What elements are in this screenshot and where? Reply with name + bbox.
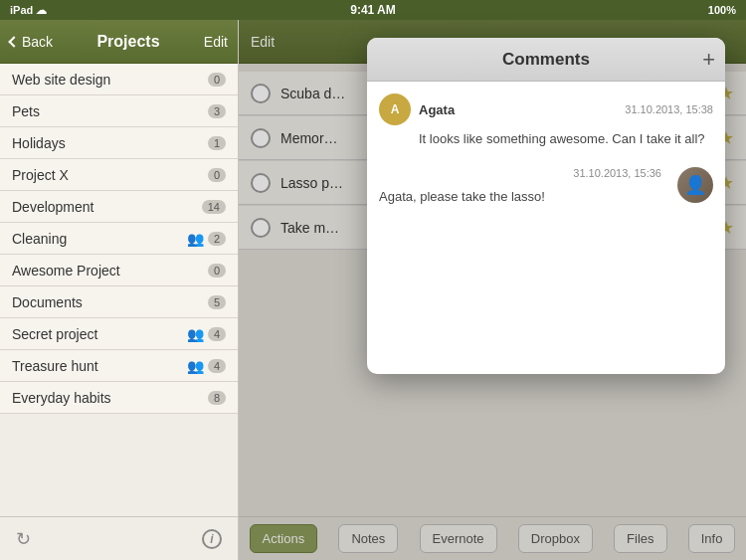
sidebar: Back Projects Edit Web site design 0 Pet…: [0, 20, 239, 560]
status-bar-left: iPad ☁: [10, 4, 47, 17]
info-button[interactable]: i: [202, 529, 222, 549]
status-bar-right: 100%: [708, 4, 736, 16]
sidebar-item-badge: 8: [208, 391, 226, 405]
sidebar-list: Web site design 0 Pets 3 Holidays: [0, 64, 238, 516]
sidebar-item-treasure-hunt[interactable]: Treasure hunt 👥 4: [0, 350, 238, 382]
comment-text: It looks like something awesome. Can I t…: [419, 131, 705, 146]
sidebar-item-label: Treasure hunt: [12, 358, 98, 374]
sidebar-item-secret-project[interactable]: Secret project 👥 4: [0, 318, 238, 350]
sidebar-item-badge: 3: [208, 104, 226, 118]
sidebar-item-badge: 4: [208, 327, 226, 341]
sidebar-item-documents[interactable]: Documents 5: [0, 286, 238, 318]
reply-text: Agata, please take the lasso!: [379, 189, 545, 204]
battery-label: 100%: [708, 4, 736, 16]
group-icon: 👥: [187, 358, 204, 374]
status-bar-time: 9:41 AM: [350, 3, 396, 17]
modal-header: Comments +: [367, 38, 725, 82]
group-icon: 👥: [187, 326, 204, 342]
sidebar-item-label: Cleaning: [12, 231, 67, 247]
sidebar-item-badge: 0: [208, 264, 226, 278]
sidebar-item-label: Web site design: [12, 72, 110, 88]
chevron-left-icon: [8, 36, 19, 47]
sidebar-item-label: Everyday habits: [12, 390, 111, 406]
sidebar-item-badge: 5: [208, 295, 226, 309]
sidebar-item-badge: 1: [208, 136, 226, 150]
sidebar-item-badge: 14: [202, 200, 226, 214]
sidebar-item-label: Development: [12, 199, 94, 215]
reply-date: 31.10.2013, 15:36: [573, 167, 661, 179]
sidebar-item-development[interactable]: Development 14: [0, 191, 238, 223]
sidebar-header: Back Projects Edit: [0, 20, 238, 64]
sidebar-item-label: Awesome Project: [12, 263, 120, 279]
sidebar-item-everyday-habits[interactable]: Everyday habits 8: [0, 382, 238, 414]
group-icon: 👥: [187, 231, 204, 247]
sidebar-item-label: Project X: [12, 167, 69, 183]
sidebar-item-badge: 4: [208, 359, 226, 373]
ipad-label: iPad ☁: [10, 4, 47, 17]
comment-date: 31.10.2013, 15:38: [625, 103, 713, 115]
modal-body: A Agata 31.10.2013, 15:38 It looks like …: [367, 82, 725, 374]
modal-overlay: Comments + A Agata 31.10.2013, 15:38: [239, 20, 746, 560]
add-comment-button[interactable]: +: [702, 47, 715, 73]
sidebar-item-project-x[interactable]: Project X 0: [0, 159, 238, 191]
comment-author: Agata: [419, 102, 455, 117]
sidebar-item-badge: 0: [208, 168, 226, 182]
sidebar-item-web-site-design[interactable]: Web site design 0: [0, 64, 238, 95]
reply-avatar: 👤: [677, 167, 713, 203]
sidebar-item-pets[interactable]: Pets 3: [0, 95, 238, 127]
comment-entry: A Agata 31.10.2013, 15:38 It looks like …: [379, 93, 713, 147]
sidebar-item-holidays[interactable]: Holidays 1: [0, 127, 238, 159]
sidebar-item-badge: 2: [208, 232, 226, 246]
sidebar-item-awesome-project[interactable]: Awesome Project 0: [0, 255, 238, 286]
comment-avatar: A: [379, 93, 411, 125]
refresh-icon[interactable]: ↻: [16, 528, 31, 550]
back-button[interactable]: Back: [10, 34, 53, 50]
back-label: Back: [22, 34, 53, 50]
right-panel: Edit Scuba d… ★ Memor… ★ L: [239, 20, 746, 560]
sidebar-item-label: Secret project: [12, 326, 97, 342]
modal-empty-space: [379, 213, 713, 362]
sidebar-title: Projects: [96, 33, 159, 51]
modal-title: Comments: [502, 50, 590, 70]
sidebar-edit-button[interactable]: Edit: [204, 34, 228, 50]
comment-reply: 31.10.2013, 15:36 Agata, please take the…: [379, 159, 713, 213]
sidebar-item-label: Documents: [12, 294, 83, 310]
sidebar-item-label: Pets: [12, 103, 40, 119]
sidebar-item-cleaning[interactable]: Cleaning 👥 2: [0, 223, 238, 255]
sidebar-item-label: Holidays: [12, 135, 66, 151]
sidebar-footer: ↻ i: [0, 516, 238, 560]
status-bar: iPad ☁ 9:41 AM 100%: [0, 0, 746, 20]
sidebar-item-badge: 0: [208, 73, 226, 87]
comments-modal: Comments + A Agata 31.10.2013, 15:38: [367, 38, 725, 374]
